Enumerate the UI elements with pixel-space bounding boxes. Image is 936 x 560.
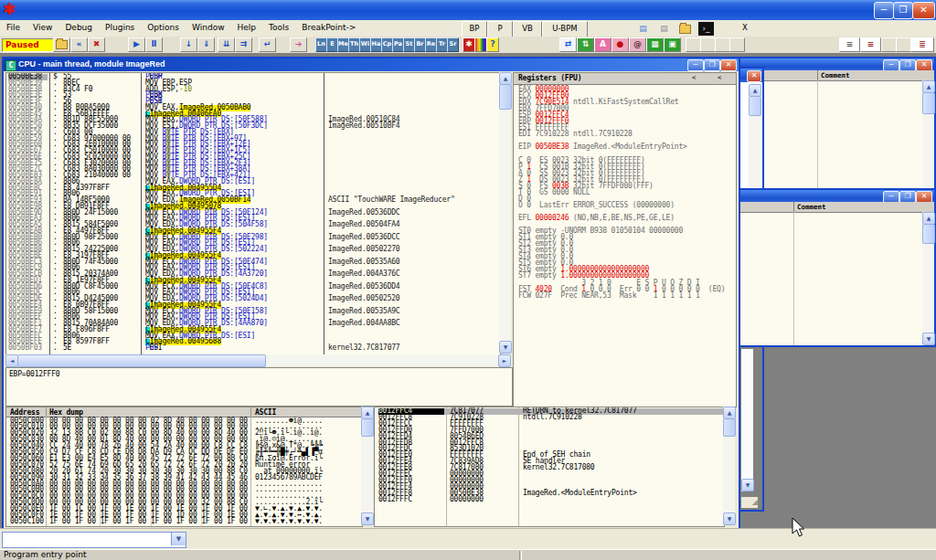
- register-line[interactable]: EIP 0050BE38 ImageRed.<ModuleEntryPoint>: [518, 143, 687, 150]
- window-icon[interactable]: ▣: [664, 37, 681, 52]
- register-line[interactable]: EFL 00000246 (NO,NB,E,BE,NS,PE,GE,LE): [518, 215, 675, 221]
- step-into-icon[interactable]: ↓: [180, 37, 197, 52]
- toolbar-blank-button[interactable]: [715, 37, 730, 52]
- stack-scrollbar[interactable]: ▲ ▼: [723, 407, 735, 525]
- toolbar-blank-button[interactable]: [686, 37, 701, 52]
- stack-row[interactable]: 0012FFF000000000: [375, 478, 724, 484]
- scroll-up-icon[interactable]: ▲: [922, 212, 935, 225]
- dropdown-arrow-icon[interactable]: ▼: [171, 533, 186, 545]
- scroll-up-icon[interactable]: ▲: [723, 407, 736, 419]
- hex-dump-pane[interactable]: Address Hex dump ASCII 0050C00000 00 00 …: [5, 407, 363, 527]
- scroll-thumb[interactable]: [17, 354, 266, 367]
- console-icon[interactable]: ›_: [698, 22, 714, 36]
- scroll-up-icon[interactable]: ▲: [922, 80, 935, 93]
- info-pane[interactable]: EBP=0012FFF0: [5, 367, 513, 407]
- stack-row[interactable]: 0012FFFC00000000: [375, 497, 724, 503]
- scroll-up-icon[interactable]: ▲: [499, 72, 512, 85]
- table-icon[interactable]: ▦: [646, 37, 664, 52]
- toolbar-blank-button[interactable]: [729, 37, 745, 52]
- menu-options[interactable]: Options: [141, 20, 186, 32]
- menu-button-bp[interactable]: BP: [462, 21, 487, 37]
- scroll-thumb[interactable]: [922, 92, 935, 114]
- close-button[interactable]: ✕: [912, 2, 935, 19]
- close-icon[interactable]: ✕: [720, 59, 737, 71]
- menu-tools[interactable]: Tools: [262, 20, 295, 32]
- toolbar-blank-button[interactable]: [700, 37, 716, 52]
- resize-grip[interactable]: ◢: [741, 497, 758, 508]
- scrollbar[interactable]: ▲: [922, 80, 934, 190]
- record-icon[interactable]: ●: [612, 37, 629, 52]
- toolbar-blank-button[interactable]: [896, 37, 911, 52]
- log-list-icon[interactable]: ≡: [839, 37, 860, 52]
- scroll-thumb[interactable]: [361, 418, 374, 437]
- close-icon[interactable]: ✕: [747, 70, 761, 82]
- minimize-button[interactable]: ─: [874, 2, 894, 19]
- menu-button-u-bpm[interactable]: U-BPM: [542, 21, 588, 37]
- scrollbar[interactable]: ▲ ▼: [922, 212, 934, 345]
- menu-window[interactable]: Window: [186, 20, 231, 32]
- side-window-middle-titlebar[interactable]: ─ ❐ ✕: [740, 190, 934, 202]
- notepad-icon[interactable]: ▤: [635, 22, 651, 36]
- menu-button-p[interactable]: P: [487, 21, 513, 37]
- scroll-down-icon[interactable]: ▼: [741, 479, 754, 491]
- stack-row[interactable]: 0012FFD48054B6ED: [375, 434, 724, 440]
- stack-pane[interactable]: 0012FFC47C817077RETURN to kernel32.7C817…: [374, 407, 725, 527]
- sync-icon[interactable]: ⇄: [559, 37, 577, 52]
- stack-row[interactable]: 0012FFF80050BE38ImageRed.<ModuleEntryPoi…: [375, 491, 724, 497]
- report-list-icon[interactable]: ≡: [860, 37, 881, 52]
- goto-icon[interactable]: ➔: [290, 37, 307, 52]
- cpu-titlebar[interactable]: C CPU - main thread, module ImageRed ─ ❐…: [4, 58, 739, 71]
- menu-file[interactable]: File: [0, 20, 27, 32]
- folder-icon[interactable]: [677, 22, 693, 36]
- side-window-top[interactable]: ─ ❐ ✕ Comment ▲: [739, 57, 936, 192]
- disassembly-hscrollbar[interactable]: ◄ ►: [5, 354, 511, 366]
- scroll-down-icon[interactable]: ▼: [499, 341, 512, 354]
- register-line[interactable]: EDI 7C910228 ntdll.7C910228: [518, 131, 633, 137]
- disasm-row[interactable]: 0050BE3E.53PUSH EBX: [6, 92, 500, 99]
- scroll-thumb[interactable]: [922, 224, 935, 244]
- disassembly-scrollbar[interactable]: ▲ ▼: [499, 72, 511, 354]
- open-file-icon[interactable]: [53, 37, 70, 52]
- pause-icon[interactable]: Ⅱ: [145, 37, 163, 52]
- maximize-icon[interactable]: ❐: [704, 59, 720, 71]
- menu-debug[interactable]: Debug: [58, 20, 99, 32]
- stack-row[interactable]: 0012FFD80012FFC8: [375, 440, 724, 447]
- registers-prev-icon[interactable]: <: [687, 74, 700, 82]
- scroll-left-icon[interactable]: ◄: [5, 354, 18, 367]
- scroll-down-icon[interactable]: ▼: [361, 512, 374, 525]
- scroll-thumb[interactable]: [723, 418, 736, 437]
- menu-plugins[interactable]: Plugins: [99, 20, 141, 32]
- close-program-icon[interactable]: ✖: [88, 37, 105, 52]
- side-window-middle[interactable]: ─ ❐ ✕ Comment ▲ ▼: [739, 188, 936, 347]
- disasm-row[interactable]: 0050BEFE.E8 8597F8FFCALL ImageRed.004956…: [6, 339, 500, 345]
- animate-into-icon[interactable]: ⇊: [218, 37, 235, 52]
- assembler-icon[interactable]: A: [594, 37, 612, 52]
- menu-button-vb[interactable]: VB: [513, 21, 542, 37]
- scrollbar[interactable]: ▼: [741, 349, 753, 491]
- options-gear-icon[interactable]: ✱: [463, 37, 475, 52]
- scroll-thumb[interactable]: [499, 84, 512, 110]
- register-line[interactable]: FCW 027F Prec NEAR,53 Mask 1 1 1 1 1 1: [518, 292, 700, 299]
- updown-icon[interactable]: ⇅: [577, 37, 594, 52]
- dump-row[interactable]: 0050C1001F 00 1F 00 1F 00 1F 00 1F 00 1F…: [6, 519, 362, 525]
- help-icon[interactable]: ?: [486, 37, 499, 52]
- side-window-top-titlebar[interactable]: ─ ❐ ✕: [740, 58, 934, 70]
- restore-button[interactable]: ❐: [893, 2, 913, 19]
- scroll-thumb[interactable]: [749, 96, 761, 116]
- run-icon[interactable]: ▶: [128, 37, 145, 52]
- minimize-icon[interactable]: ─: [687, 59, 704, 71]
- dump-scrollbar[interactable]: ▲ ▼: [361, 407, 373, 525]
- spiral-icon[interactable]: @: [629, 37, 646, 52]
- animate-over-icon[interactable]: ⇉: [235, 37, 252, 52]
- window-button-sr[interactable]: Sr: [447, 37, 459, 52]
- menu-breakpoint[interactable]: BreakPoint->: [295, 20, 362, 32]
- appearance-icon[interactable]: [474, 37, 487, 52]
- command-input[interactable]: ▼: [2, 532, 186, 548]
- disasm-row[interactable]: 0050BE38$55PUSH EBP: [6, 74, 500, 80]
- scroll-up-icon[interactable]: ▲: [749, 84, 761, 97]
- registers-pane[interactable]: Registers (FPU) < < EAX 00000000ECX 0012…: [513, 72, 737, 407]
- stack-row[interactable]: 0012FFEC00000000: [375, 471, 724, 478]
- document-icon[interactable]: ▤: [656, 22, 672, 36]
- registers-prev2-icon[interactable]: <: [713, 74, 726, 82]
- scroll-up-icon[interactable]: ▲: [361, 407, 374, 419]
